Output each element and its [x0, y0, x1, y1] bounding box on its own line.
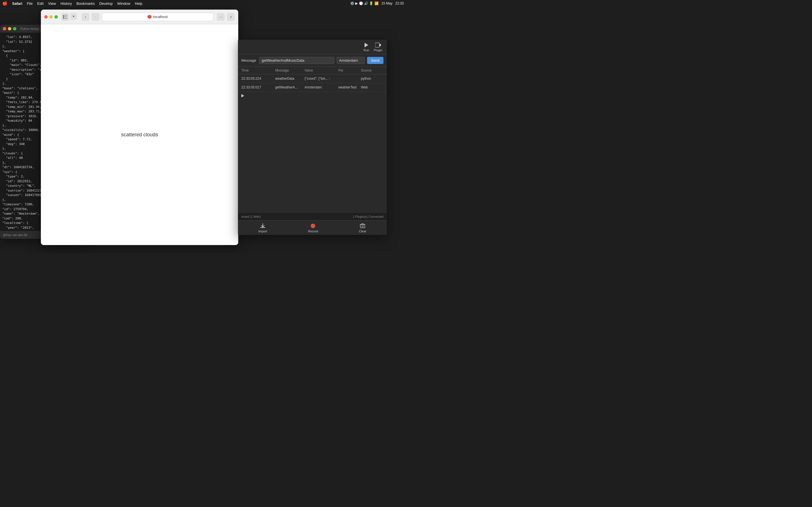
send-button[interactable]: Send — [367, 57, 384, 64]
table-body: 22:33:05:224 weatherData {"coord": {"lon… — [238, 74, 387, 100]
row1-value: {"coord": {"lon... - — [305, 76, 338, 80]
safari-back-button[interactable]: ‹ — [82, 13, 89, 21]
menu-edit[interactable]: Edit — [35, 1, 46, 6]
plugin-button[interactable]: Plugin — [373, 42, 382, 52]
run-button[interactable]: Run — [363, 42, 369, 52]
plugin-count-status: 1 Plugin(s) Connected — [353, 215, 384, 218]
apple-menu[interactable]: 🍎 — [2, 1, 8, 6]
menu-develop[interactable]: Develop — [97, 1, 115, 6]
svg-rect-1 — [64, 15, 67, 15]
page-weather-text: scattered clouds — [121, 132, 158, 138]
svg-rect-2 — [64, 17, 67, 17]
col-value: Value — [305, 68, 338, 72]
message-label-text: Message — [241, 58, 257, 62]
row1-message: weatherData — [275, 76, 305, 80]
svg-rect-5 — [379, 44, 380, 46]
svg-rect-3 — [64, 18, 67, 19]
import-icon — [260, 223, 266, 229]
safari-content: scattered clouds — [41, 24, 238, 245]
run-icon — [363, 42, 369, 48]
row2-pie: weahterTest — [338, 86, 361, 89]
menubar-time: 22:33 — [395, 1, 404, 5]
connection-status: ected (1 Web) — [241, 215, 261, 218]
clear-icon — [359, 223, 366, 229]
safari-address-bar[interactable]: localhost — [102, 13, 213, 21]
row2-source: Web — [361, 86, 384, 89]
row2-message: getWeatherA... — [275, 86, 305, 89]
safari-url: localhost — [153, 15, 167, 19]
terminal-minimize-button[interactable] — [8, 27, 11, 31]
message-input[interactable] — [259, 57, 335, 64]
message-input-row: Message Send — [238, 54, 387, 67]
clear-button[interactable]: Clear — [359, 223, 366, 233]
value-input[interactable] — [337, 57, 365, 64]
terminal-status-text: @Kay van den Ak — [3, 233, 28, 237]
terminal-maximize-button[interactable] — [13, 27, 16, 31]
expand-arrow-icon[interactable] — [241, 94, 244, 98]
menu-file[interactable]: File — [24, 1, 35, 6]
menu-bookmarks[interactable]: Bookmarks — [74, 1, 97, 6]
svg-rect-4 — [375, 43, 379, 47]
devtools-bottom-toolbar: Import Record Clear — [238, 220, 387, 235]
row1-source: python — [361, 76, 384, 80]
plugin-icon — [375, 42, 381, 48]
record-button[interactable]: Record — [308, 223, 318, 233]
safari-close-button[interactable] — [44, 15, 48, 18]
svg-point-6 — [311, 224, 315, 228]
safari-new-tab-button[interactable]: › — [227, 13, 235, 21]
menu-window[interactable]: Window — [115, 1, 133, 6]
devtools-statusbar: ected (1 Web) 1 Plugin(s) Connected — [238, 213, 387, 220]
row2-value: Amsterdam — [305, 86, 338, 89]
safari-minimize-button[interactable] — [49, 15, 53, 18]
table-row[interactable]: 22:33:05:224 weatherData {"coord": {"lon… — [238, 74, 387, 83]
row1-time: 22:33:05:224 — [241, 76, 275, 80]
menu-help[interactable]: Help — [133, 1, 145, 6]
safari-controls: ▾ — [61, 13, 77, 21]
import-label: Import — [259, 230, 267, 233]
col-time: Time — [241, 68, 275, 72]
table-row[interactable]: 22:33:05:017 getWeatherA... Amsterdam we… — [238, 83, 387, 92]
col-source: Source — [361, 68, 384, 72]
safari-more-button[interactable]: ··· — [217, 13, 225, 21]
safari-window: ▾ ‹ › localhost ··· › scattered clouds — [41, 10, 238, 245]
svg-rect-0 — [63, 15, 64, 19]
run-label: Run — [363, 48, 369, 52]
row2-time: 22:33:05:017 — [241, 86, 275, 89]
clear-label: Clear — [359, 230, 366, 233]
safari-maximize-button[interactable] — [54, 15, 58, 18]
svg-rect-7 — [360, 224, 365, 228]
plugin-label: Plugin — [373, 48, 382, 52]
col-pie: Pie — [338, 68, 361, 72]
import-button[interactable]: Import — [259, 223, 267, 233]
menubar-date: 15 May — [382, 1, 393, 5]
safari-forward-button[interactable]: › — [92, 13, 100, 21]
menubar-icons: ⚙️ ▶ 🕐 🔊 🔋 📶 — [350, 1, 378, 5]
menubar: 🍎 Safari File Edit View History Bookmark… — [0, 0, 406, 7]
menu-history[interactable]: History — [58, 1, 74, 6]
sidebar-toggle-button[interactable] — [61, 13, 69, 21]
record-label: Record — [308, 230, 318, 233]
terminal-close-button[interactable] — [3, 27, 6, 31]
menubar-right: ⚙️ ▶ 🕐 🔊 🔋 📶 15 May 22:33 — [350, 1, 404, 5]
safari-titlebar: ▾ ‹ › localhost ··· › — [41, 10, 238, 24]
table-header: Time Message Value Pie Source — [238, 67, 387, 74]
security-shield-icon — [147, 15, 151, 19]
menu-view[interactable]: View — [46, 1, 58, 6]
safari-traffic-lights — [44, 15, 58, 18]
record-icon — [310, 223, 316, 229]
devtools-panel: Run Plugin Message Send Time Message Val… — [238, 40, 387, 235]
col-message: Message — [275, 68, 305, 72]
devtools-toolbar: Run Plugin — [238, 40, 387, 54]
tab-overview-button[interactable]: ▾ — [70, 13, 77, 20]
menu-safari[interactable]: Safari — [10, 1, 24, 6]
expand-row — [238, 92, 387, 100]
